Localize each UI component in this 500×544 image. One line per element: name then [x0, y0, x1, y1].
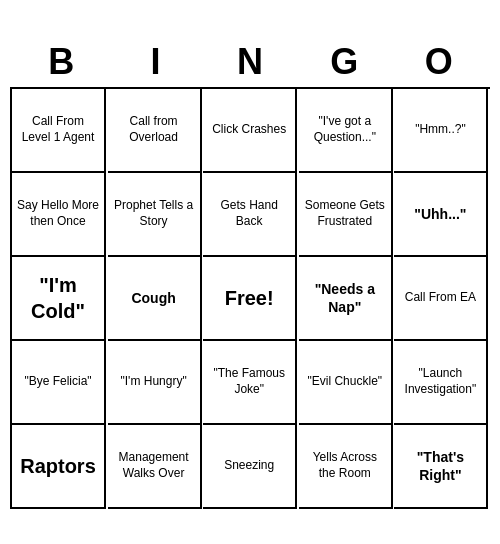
bingo-cell-20: Raptors	[12, 425, 106, 509]
bingo-grid: Call From Level 1 AgentCall from Overloa…	[10, 87, 490, 509]
bingo-cell-23: Yells Across the Room	[299, 425, 393, 509]
bingo-cell-9: "Uhh..."	[394, 173, 488, 257]
bingo-cell-14: Call From EA	[394, 257, 488, 341]
bingo-cell-19: "Launch Investigation"	[394, 341, 488, 425]
bingo-title: B I N G O	[10, 35, 490, 87]
bingo-cell-0: Call From Level 1 Agent	[12, 89, 106, 173]
bingo-cell-21: Management Walks Over	[108, 425, 202, 509]
title-o: O	[396, 41, 482, 83]
bingo-cell-7: Gets Hand Back	[203, 173, 297, 257]
title-n: N	[207, 41, 293, 83]
bingo-cell-17: "The Famous Joke"	[203, 341, 297, 425]
bingo-cell-18: "Evil Chuckle"	[299, 341, 393, 425]
bingo-cell-13: "Needs a Nap"	[299, 257, 393, 341]
title-g: G	[301, 41, 387, 83]
bingo-cell-6: Prophet Tells a Story	[108, 173, 202, 257]
bingo-card: B I N G O Call From Level 1 AgentCall fr…	[10, 35, 490, 509]
bingo-cell-5: Say Hello More then Once	[12, 173, 106, 257]
bingo-cell-2: Click Crashes	[203, 89, 297, 173]
bingo-cell-22: Sneezing	[203, 425, 297, 509]
bingo-cell-24: "That's Right"	[394, 425, 488, 509]
title-i: I	[113, 41, 199, 83]
bingo-cell-15: "Bye Felicia"	[12, 341, 106, 425]
bingo-cell-4: "Hmm..?"	[394, 89, 488, 173]
bingo-cell-12: Free!	[203, 257, 297, 341]
bingo-cell-1: Call from Overload	[108, 89, 202, 173]
bingo-cell-8: Someone Gets Frustrated	[299, 173, 393, 257]
bingo-cell-3: "I've got a Question..."	[299, 89, 393, 173]
bingo-cell-10: "I'm Cold"	[12, 257, 106, 341]
bingo-cell-11: Cough	[108, 257, 202, 341]
bingo-cell-16: "I'm Hungry"	[108, 341, 202, 425]
title-b: B	[18, 41, 104, 83]
